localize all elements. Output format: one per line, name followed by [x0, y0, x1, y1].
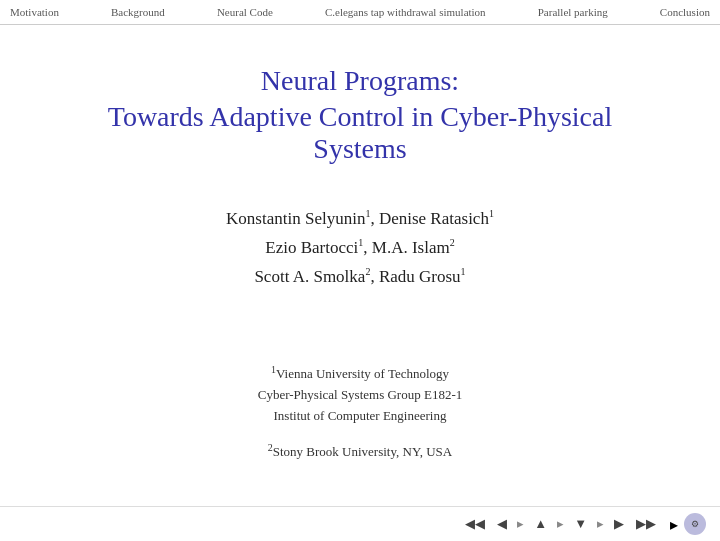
- sup-1b: 1: [489, 208, 494, 219]
- aff1-name: Vienna University of Technology: [276, 366, 449, 381]
- aff1-group: Cyber-Physical Systems Group E182-1: [258, 387, 462, 402]
- nav-separator-3: ▸: [597, 516, 604, 532]
- sup-3b: 1: [461, 266, 466, 277]
- nav-item-celegans[interactable]: C.elegans tap withdrawal simulation: [325, 6, 486, 18]
- nav-item-conclusion[interactable]: Conclusion: [660, 6, 710, 18]
- title-line2: Towards Adaptive Control in Cyber-Physic…: [60, 101, 660, 165]
- aff2-name: Stony Brook University, NY, USA: [273, 445, 453, 460]
- nav-down-button[interactable]: ▼: [570, 514, 591, 534]
- author-smolka: Scott A. Smolka: [254, 267, 365, 286]
- nav-separator-1: ▸: [517, 516, 524, 532]
- affiliations-section: 1Vienna University of Technology Cyber-P…: [258, 362, 462, 478]
- author-line-2: Ezio Bartocci1, M.A. Islam2: [226, 234, 494, 263]
- bottom-bar: ◀◀ ◀ ▸ ▲ ▸ ▼ ▸ ▶ ▶▶ ▸ ⚙: [0, 506, 720, 541]
- author-line-1: Konstantin Selyunin1, Denise Ratasich1: [226, 205, 494, 234]
- nav-prev-button[interactable]: ◀: [493, 514, 511, 534]
- author-grosu-prefix: , Radu Grosu: [370, 267, 460, 286]
- nav-separator-2: ▸: [557, 516, 564, 532]
- nav-item-parallel-parking[interactable]: Parallel parking: [538, 6, 608, 18]
- nav-up-button[interactable]: ▲: [530, 514, 551, 534]
- nav-separator-4: ▸: [670, 515, 678, 534]
- nav-item-motivation[interactable]: Motivation: [10, 6, 59, 18]
- nav-next-button[interactable]: ▶: [610, 514, 628, 534]
- author-islam-prefix: , M.A. Islam: [363, 238, 449, 257]
- sup-2b: 2: [450, 237, 455, 248]
- nav-prev-prev-button[interactable]: ◀◀: [461, 514, 489, 534]
- author-selyunin: Konstantin Selyunin: [226, 209, 365, 228]
- author-line-3: Scott A. Smolka2, Radu Grosu1: [226, 263, 494, 292]
- nav-item-neural-code[interactable]: Neural Code: [217, 6, 273, 18]
- title-line1: Neural Programs:: [261, 65, 459, 97]
- nav-controls: ◀◀ ◀ ▸ ▲ ▸ ▼ ▸ ▶ ▶▶ ▸ ⚙: [461, 513, 706, 535]
- author-bartocci: Ezio Bartocci: [265, 238, 358, 257]
- nav-next-next-button[interactable]: ▶▶: [632, 514, 660, 534]
- nav-bar: Motivation Background Neural Code C.eleg…: [0, 0, 720, 25]
- nav-item-background[interactable]: Background: [111, 6, 165, 18]
- affiliation-2: 2Stony Brook University, NY, USA: [258, 440, 462, 463]
- author-ratasich-prefix: , Denise Ratasich: [370, 209, 489, 228]
- main-content: Neural Programs: Towards Adaptive Contro…: [0, 25, 720, 498]
- zoom-button[interactable]: ⚙: [684, 513, 706, 535]
- affiliation-1: 1Vienna University of Technology Cyber-P…: [258, 362, 462, 427]
- aff1-institute: Institut of Computer Engineering: [274, 408, 447, 423]
- authors-section: Konstantin Selyunin1, Denise Ratasich1 E…: [226, 205, 494, 292]
